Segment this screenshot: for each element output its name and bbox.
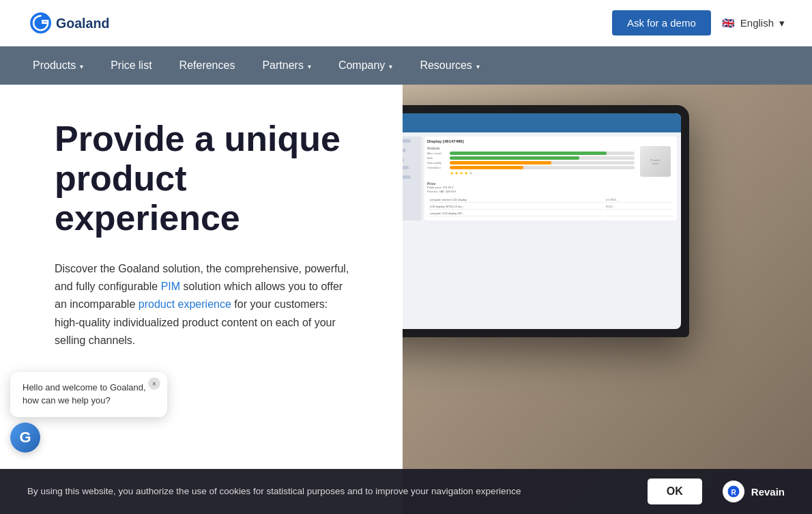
chat-bubble: × Hello and welcome to Goaland, how can … [10,372,167,417]
hero-section: Provide a unique product experience Disc… [0,85,812,514]
resources-arrow-icon: ▾ [476,63,480,70]
cookie-text: By using this website, you authorize the… [27,485,627,498]
main-nav: Products ▾ Price list References Partner… [0,46,812,85]
chat-bubble-text: Hello and welcome to Goaland, how can we… [23,382,155,408]
screen-main-panel: Display [46147486] Analysis Main compl. [424,137,677,220]
revain-icon: R [723,481,744,502]
company-arrow-icon: ▾ [389,63,392,70]
chat-close-button[interactable]: × [148,377,160,390]
chat-widget: × Hello and welcome to Goaland, how can … [10,372,167,453]
pim-link[interactable]: PIM [161,281,180,292]
revain-label: Revain [751,486,785,498]
svg-text:R: R [731,489,736,496]
nav-item-company[interactable]: Company ▾ [326,54,405,77]
hero-description: Discover the Goaland solution, the compr… [55,260,355,350]
screen-layout-row: Display [46147486] Analysis Main compl. [375,137,677,220]
cookie-bar: By using this website, you authorize the… [0,469,812,514]
screen-top-bar [375,113,681,132]
nav-item-products[interactable]: Products ▾ [20,54,96,77]
laptop-mockup: Display [46147486] Analysis Main compl. [375,105,812,487]
nav-item-resources[interactable]: Resources ▾ [407,54,491,77]
products-arrow-icon: ▾ [80,63,83,70]
hero-title: Provide a unique product experience [55,119,362,238]
laptop-frame: Display [46147486] Analysis Main compl. [375,105,689,337]
nav-item-pricelist[interactable]: Price list [98,54,164,77]
nav-item-partners[interactable]: Partners ▾ [250,54,323,77]
screen-table: computer monitor LCD displayLG 2801... L… [427,196,674,218]
hero-right-visual: Display [46147486] Analysis Main compl. [375,85,812,514]
logo[interactable]: Goaland [27,8,123,38]
top-bar: Goaland Ask for a demo 🇬🇧 English ▾ [0,0,812,46]
product-experience-link[interactable]: product experience [139,298,231,310]
demo-button[interactable]: Ask for a demo [612,10,711,35]
language-selector[interactable]: 🇬🇧 English ▾ [722,17,785,29]
nav-item-references[interactable]: References [167,54,248,77]
partners-arrow-icon: ▾ [308,63,311,70]
screen-content: Display [46147486] Analysis Main compl. [375,132,681,227]
svg-text:Goaland: Goaland [56,16,109,31]
laptop-screen: Display [46147486] Analysis Main compl. [375,113,681,329]
language-label: English [740,17,774,29]
lang-arrow-icon: ▾ [779,17,785,29]
revain-badge: R Revain [723,481,785,502]
cookie-ok-button[interactable]: OK [648,479,702,504]
flag-icon: 🇬🇧 [722,17,735,29]
chat-avatar-button[interactable]: G [10,423,40,453]
top-right-actions: Ask for a demo 🇬🇧 English ▾ [612,10,785,35]
